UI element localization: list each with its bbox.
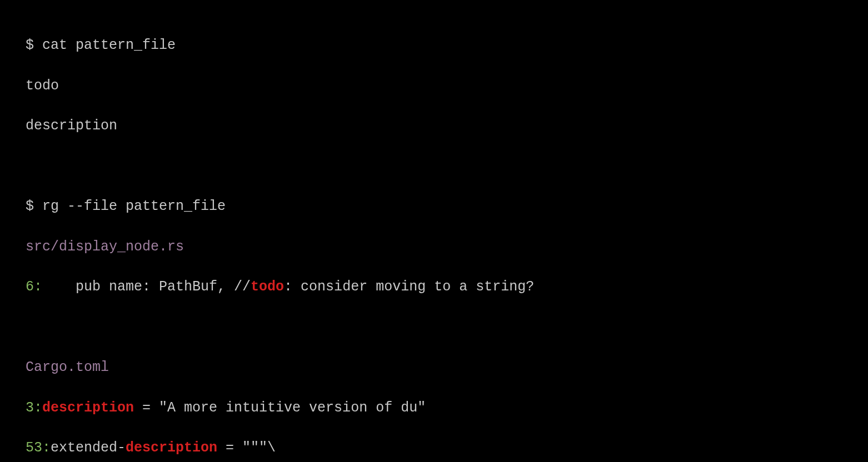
terminal-output[interactable]: $ cat pattern_file todo description $ rg…: [26, 16, 842, 462]
cat-output-line2: description: [26, 116, 842, 136]
line-number: 6: [26, 279, 34, 295]
match-post: : consider moving to a string?: [284, 279, 534, 295]
filepath-1: src/display_node.rs: [26, 237, 842, 257]
colon: :: [42, 440, 51, 456]
command-line-rg: $ rg --file pattern_file: [26, 197, 842, 217]
command-rg: rg --file pattern_file: [42, 198, 226, 214]
blank-line: [26, 157, 842, 177]
cat-output-line1: todo: [26, 76, 842, 96]
match-highlight: description: [42, 400, 134, 416]
match-post: = """\: [217, 440, 276, 456]
match-line: 6: pub name: PathBuf, //todo: consider m…: [26, 277, 842, 297]
line-number: 3: [26, 400, 34, 416]
colon: :: [34, 279, 42, 295]
match-pre: extended-: [51, 440, 126, 456]
match-highlight: todo: [251, 279, 284, 295]
match-pre: pub name: PathBuf, //: [42, 279, 251, 295]
match-line: 53:extended-description = """\: [26, 438, 842, 458]
command-line-cat: $ cat pattern_file: [26, 36, 842, 56]
prompt: $: [26, 37, 42, 53]
match-line: 3:description = "A more intuitive versio…: [26, 398, 842, 418]
blank-line: [26, 318, 842, 338]
command-cat: cat pattern_file: [42, 37, 176, 53]
match-highlight: description: [126, 440, 217, 456]
match-post: = "A more intuitive version of du": [134, 400, 426, 416]
colon: :: [34, 400, 42, 416]
prompt: $: [26, 198, 42, 214]
line-number: 53: [26, 440, 42, 456]
filepath-2: Cargo.toml: [26, 358, 842, 378]
